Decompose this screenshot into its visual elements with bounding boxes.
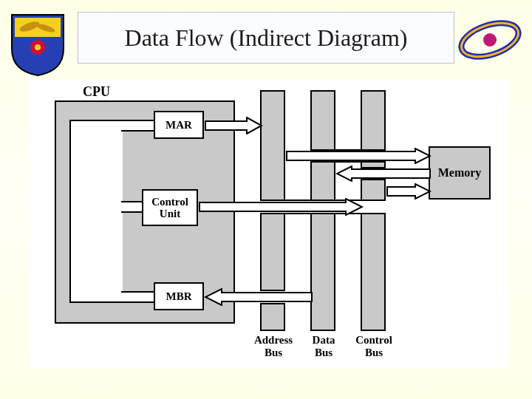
svg-marker-11 [287, 149, 430, 163]
mar-box: MAR [154, 111, 204, 139]
dataflow-diagram: CPU MAR Control Unit MBR Address Bus Dat… [30, 80, 508, 368]
arrow-addrbus-to-mem-icon [285, 148, 432, 164]
control-bus-label: Control Bus [352, 334, 396, 358]
memory-box: Memory [429, 146, 491, 200]
mbr-label: MBR [166, 290, 192, 303]
svg-marker-9 [200, 199, 362, 215]
svg-marker-10 [205, 289, 312, 305]
orbit-logo-icon [457, 13, 523, 66]
arrow-ctrlbus-to-mem-icon [386, 183, 432, 200]
memory-label: Memory [438, 166, 482, 180]
title-panel: Data Flow (Indirect Diagram) [78, 12, 454, 64]
cu-label: Control Unit [151, 196, 188, 220]
svg-point-7 [483, 33, 497, 47]
svg-marker-13 [387, 184, 430, 199]
cpu-internal-bus [69, 120, 123, 303]
cpu-bus-mid [121, 201, 143, 213]
cpu-bus-bot [121, 291, 155, 303]
svg-point-4 [35, 44, 41, 50]
data-bus-label: Data Bus [306, 334, 341, 358]
page-title: Data Flow (Indirect Diagram) [125, 24, 408, 52]
arrow-mem-to-databus-icon [335, 166, 432, 182]
svg-marker-12 [337, 166, 430, 181]
control-unit-box: Control Unit [142, 189, 198, 226]
arrow-cu-to-ctrlbus-icon [198, 198, 364, 216]
arrow-mar-to-addrbus-icon [204, 117, 263, 134]
cpu-label: CPU [83, 84, 110, 100]
university-crest-icon [9, 12, 66, 77]
address-bus-label: Address Bus [251, 334, 296, 358]
mar-label: MAR [166, 119, 192, 132]
svg-marker-8 [205, 117, 262, 134]
cpu-bus-top [121, 120, 155, 132]
mbr-box: MBR [154, 282, 204, 310]
arrow-databus-to-mbr-icon [204, 288, 313, 306]
